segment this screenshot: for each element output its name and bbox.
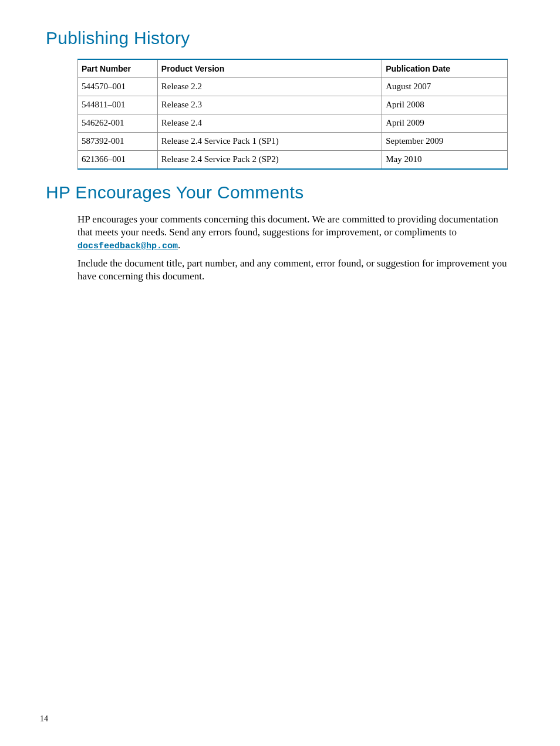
- cell-product-version: Release 2.3: [157, 96, 382, 114]
- publishing-history-table-wrapper: Part Number Product Version Publication …: [77, 59, 514, 170]
- col-header-product-version: Product Version: [157, 59, 382, 78]
- cell-part-number: 587392-001: [78, 133, 158, 151]
- table-header-row: Part Number Product Version Publication …: [78, 59, 508, 78]
- cell-publication-date: August 2007: [382, 78, 508, 96]
- col-header-publication-date: Publication Date: [382, 59, 508, 78]
- table-row: 544811–001 Release 2.3 April 2008: [78, 96, 508, 114]
- heading-publishing-history: Publishing History: [46, 28, 514, 48]
- publishing-history-table: Part Number Product Version Publication …: [77, 59, 508, 170]
- cell-publication-date: September 2009: [382, 133, 508, 151]
- cell-part-number: 546262-001: [78, 114, 158, 133]
- feedback-email-link[interactable]: docsfeedback@hp.com: [77, 241, 178, 251]
- table-row: 587392-001 Release 2.4 Service Pack 1 (S…: [78, 133, 508, 151]
- heading-hp-encourages: HP Encourages Your Comments: [46, 183, 514, 202]
- cell-publication-date: May 2010: [382, 151, 508, 170]
- cell-publication-date: April 2008: [382, 96, 508, 114]
- table-row: 544570–001 Release 2.2 August 2007: [78, 78, 508, 96]
- paragraph-text-after: .: [178, 239, 180, 251]
- page-number: 14: [40, 714, 48, 724]
- table-row: 546262-001 Release 2.4 April 2009: [78, 114, 508, 133]
- cell-part-number: 621366–001: [78, 151, 158, 170]
- cell-part-number: 544811–001: [78, 96, 158, 114]
- cell-product-version: Release 2.4 Service Pack 2 (SP2): [157, 151, 382, 170]
- cell-part-number: 544570–001: [78, 78, 158, 96]
- cell-product-version: Release 2.4 Service Pack 1 (SP1): [157, 133, 382, 151]
- paragraph-encourages: HP encourages your comments concerning t…: [77, 213, 514, 252]
- table-row: 621366–001 Release 2.4 Service Pack 2 (S…: [78, 151, 508, 170]
- cell-product-version: Release 2.2: [157, 78, 382, 96]
- cell-product-version: Release 2.4: [157, 114, 382, 133]
- cell-publication-date: April 2009: [382, 114, 508, 133]
- col-header-part-number: Part Number: [78, 59, 158, 78]
- paragraph-text-before: HP encourages your comments concerning t…: [77, 214, 498, 238]
- paragraph-include: Include the document title, part number,…: [77, 257, 514, 283]
